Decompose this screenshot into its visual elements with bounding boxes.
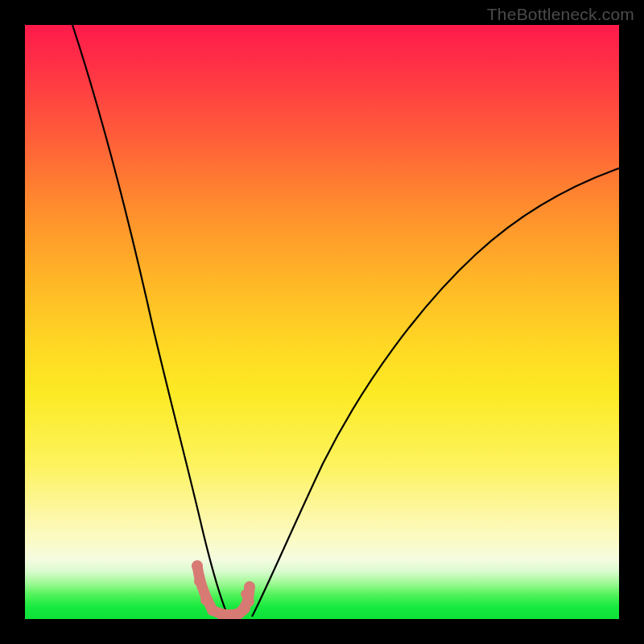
plot-area [25,25,619,619]
right-curve [252,168,619,617]
bottom-dots [192,560,255,619]
chart-frame: TheBottleneck.com [0,0,644,644]
left-curve [72,25,228,616]
curves-svg [25,25,619,619]
watermark-text: TheBottleneck.com [487,5,634,24]
